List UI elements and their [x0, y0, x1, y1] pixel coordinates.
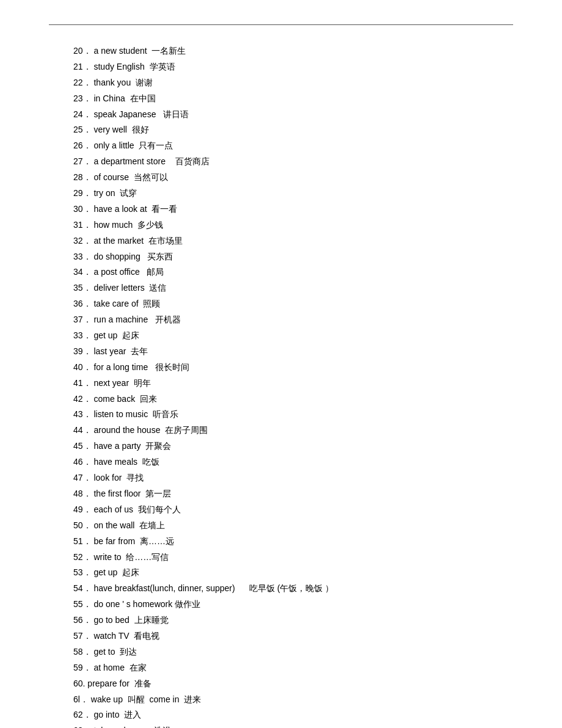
list-item: 60. prepare for 准备	[73, 676, 489, 692]
list-item: 34． a post office 邮局	[73, 264, 489, 280]
list-item: 44． around the house 在房子周围	[73, 423, 489, 439]
list-item: 46． have meals 吃饭	[73, 454, 489, 470]
list-item: 6l． wake up 叫醒 come in 进来	[73, 692, 489, 708]
list-item: 53． get up 起床	[73, 565, 489, 581]
list-item: 35． deliver letters 送信	[73, 280, 489, 296]
list-item: 48． the first floor 第一层	[73, 486, 489, 502]
list-item: 41． next year 明年	[73, 376, 489, 391]
list-item: 26． only a little 只有一点	[73, 138, 489, 154]
list-item: 45． have a party 开聚会	[73, 439, 489, 454]
list-item: 54． have breakfast(lunch, dinner, supper…	[73, 581, 489, 597]
vocabulary-list: 20． a new student 一名新生21． study English …	[0, 37, 562, 728]
list-item: 58． get to 到达	[73, 644, 489, 660]
list-item: 23． in China 在中国	[73, 91, 489, 107]
list-item: 52． write to 给……写信	[73, 550, 489, 566]
list-item: 49． each of us 我们每个人	[73, 502, 489, 518]
list-item: 56． go to bed 上床睡觉	[73, 613, 489, 628]
list-item: 22． thank you 谢谢	[73, 75, 489, 91]
list-item: 29． try on 试穿	[73, 186, 489, 202]
list-item: 37． run a machine 开机器	[73, 312, 489, 328]
list-item: 32． at the market 在市场里	[73, 233, 489, 249]
list-item: 24． speak Japanese 讲日语	[73, 107, 489, 123]
list-item: 33． do shopping 买东西	[73, 249, 489, 265]
list-item: 40． for a long time 很长时间	[73, 360, 489, 376]
list-item: 20． a new student 一名新生	[73, 43, 489, 59]
list-item: 59． at home 在家	[73, 660, 489, 676]
list-item: 39． last year 去年	[73, 344, 489, 360]
list-item: 21． study English 学英语	[73, 59, 489, 75]
list-item: 30． have a look at 看一看	[73, 202, 489, 217]
list-item: 62． go into 进入	[73, 707, 489, 723]
list-item: 51． be far from 离……远	[73, 534, 489, 550]
list-item: 50． on the wall 在墙上	[73, 518, 489, 534]
list-item: 25． very well 很好	[73, 122, 489, 138]
list-item: 43． listen to music 听音乐	[73, 407, 489, 423]
list-item: 27． a department store 百货商店	[73, 154, 489, 170]
top-divider	[49, 24, 513, 25]
list-item: 47． look for 寻找	[73, 470, 489, 486]
list-item: 33． get up 起床	[73, 328, 489, 344]
list-item: 55． do one ' s homework 做作业	[73, 597, 489, 613]
list-item: 31． how much 多少钱	[73, 217, 489, 233]
list-item: 36． take care of 照顾	[73, 296, 489, 312]
list-item: 42． come back 回来	[73, 391, 489, 407]
list-item: 57． watch TV 看电视	[73, 628, 489, 644]
list-item: 28． of course 当然可以	[73, 170, 489, 186]
list-item: 63． take a shower 洗澡	[73, 723, 489, 728]
